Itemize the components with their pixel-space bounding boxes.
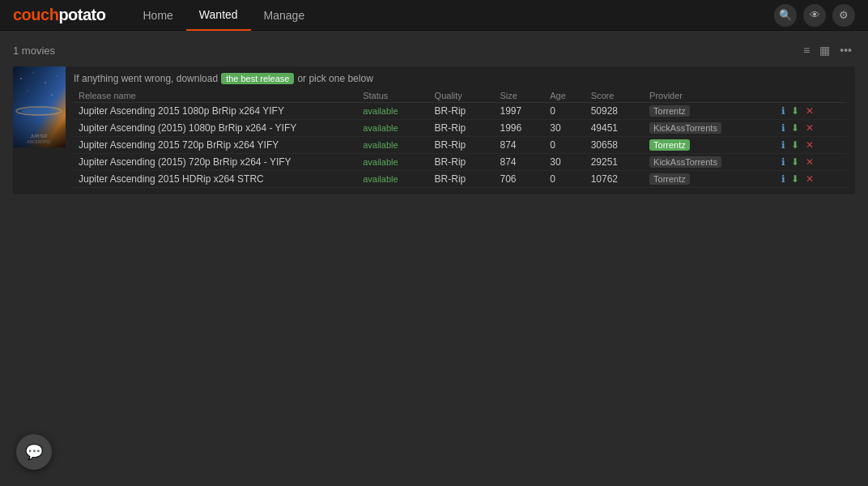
download-button[interactable]: ⬇: [789, 105, 801, 117]
movie-card: JUPITER ASCENDING If anything went wrong…: [13, 66, 855, 194]
download-button[interactable]: ⬇: [789, 173, 801, 185]
release-provider: Torrentz: [645, 137, 775, 154]
nav-wanted[interactable]: Wanted: [186, 0, 251, 31]
delete-button[interactable]: ✕: [804, 173, 815, 185]
movie-poster: JUPITER ASCENDING: [13, 66, 66, 147]
svg-point-2: [33, 73, 34, 74]
info-button[interactable]: ℹ: [780, 173, 787, 185]
logo: couchpotato: [13, 6, 106, 24]
release-size: 1997: [495, 103, 545, 120]
table-row: Jupiter Ascending (2015) 720p BrRip x264…: [74, 154, 847, 171]
table-row: Jupiter Ascending (2015) 1080p BrRip x26…: [74, 120, 847, 137]
release-actions: ℹ ⬇ ✕: [775, 171, 847, 188]
nav-home[interactable]: Home: [130, 0, 186, 31]
search-button[interactable]: 🔍: [774, 4, 797, 27]
release-actions: ℹ ⬇ ✕: [775, 137, 847, 154]
delete-button[interactable]: ✕: [804, 122, 815, 134]
col-size: Size: [495, 89, 545, 103]
movies-count-label: 1 movies: [13, 45, 55, 57]
col-actions: [775, 89, 847, 103]
info-button[interactable]: ℹ: [780, 139, 787, 151]
movie-notice: If anything went wrong, download the bes…: [74, 73, 847, 84]
delete-button[interactable]: ✕: [804, 139, 815, 151]
release-status: available: [358, 120, 429, 137]
release-score: 50928: [586, 103, 645, 120]
release-status: available: [358, 154, 429, 171]
release-name: Jupiter Ascending 2015 1080p BrRip x264 …: [74, 103, 358, 120]
release-age: 30: [545, 154, 585, 171]
table-row: Jupiter Ascending 2015 HDRip x264 STRC a…: [74, 171, 847, 188]
release-status: available: [358, 103, 429, 120]
release-name: Jupiter Ascending 2015 HDRip x264 STRC: [74, 171, 358, 188]
release-age: 0: [545, 137, 585, 154]
main-content: 1 movies ≡ ▦ •••: [0, 31, 868, 206]
svg-point-1: [20, 78, 21, 79]
svg-point-8: [21, 108, 57, 114]
delete-button[interactable]: ✕: [804, 105, 815, 117]
release-quality: BR-Rip: [430, 103, 496, 120]
release-provider: KickAssTorrents: [645, 154, 775, 171]
releases-table: Release name Status Quality Size Age Sco…: [74, 89, 847, 188]
info-button[interactable]: ℹ: [780, 122, 787, 134]
settings-button[interactable]: ⚙: [832, 4, 855, 27]
feedback-icon: 💬: [25, 443, 43, 461]
release-actions: ℹ ⬇ ✕: [775, 103, 847, 120]
header-icons: 🔍 👁 ⚙: [774, 4, 855, 27]
release-actions: ℹ ⬇ ✕: [775, 120, 847, 137]
col-provider: Provider: [645, 89, 775, 103]
info-button[interactable]: ℹ: [780, 105, 787, 117]
best-release-badge[interactable]: the best release: [221, 73, 294, 84]
col-status: Status: [358, 89, 429, 103]
release-quality: BR-Rip: [430, 171, 496, 188]
table-row: Jupiter Ascending 2015 1080p BrRip x264 …: [74, 103, 847, 120]
svg-text:JUPITER: JUPITER: [31, 134, 48, 139]
release-size: 874: [495, 137, 545, 154]
svg-point-5: [28, 91, 28, 92]
movie-info: If anything went wrong, download the bes…: [66, 66, 855, 194]
more-options-button[interactable]: •••: [836, 42, 855, 58]
movies-count-bar: 1 movies ≡ ▦ •••: [13, 42, 855, 58]
feedback-button[interactable]: 💬: [16, 434, 52, 470]
release-name: Jupiter Ascending (2015) 1080p BrRip x26…: [74, 120, 358, 137]
svg-point-6: [51, 94, 52, 95]
main-nav: Home Wanted Manage: [130, 0, 775, 31]
release-score: 29251: [586, 154, 645, 171]
nav-manage[interactable]: Manage: [251, 0, 318, 31]
download-button[interactable]: ⬇: [789, 122, 801, 134]
delete-button[interactable]: ✕: [804, 156, 815, 168]
release-age: 0: [545, 103, 585, 120]
svg-point-4: [57, 76, 58, 77]
release-score: 49451: [586, 120, 645, 137]
release-quality: BR-Rip: [430, 120, 496, 137]
release-size: 874: [495, 154, 545, 171]
download-button[interactable]: ⬇: [789, 156, 801, 168]
release-status: available: [358, 171, 429, 188]
release-age: 0: [545, 171, 585, 188]
release-provider: KickAssTorrents: [645, 120, 775, 137]
release-provider: Torrentz: [645, 103, 775, 120]
release-size: 706: [495, 171, 545, 188]
release-size: 1996: [495, 120, 545, 137]
col-release-name: Release name: [74, 89, 358, 103]
col-quality: Quality: [430, 89, 496, 103]
svg-point-3: [45, 82, 45, 83]
table-header: Release name Status Quality Size Age Sco…: [74, 89, 847, 103]
release-quality: BR-Rip: [430, 154, 496, 171]
svg-text:ASCENDING: ASCENDING: [27, 139, 51, 144]
release-age: 30: [545, 120, 585, 137]
releases-body: Jupiter Ascending 2015 1080p BrRip x264 …: [74, 103, 847, 188]
release-score: 30658: [586, 137, 645, 154]
view-icons: ≡ ▦ •••: [800, 42, 855, 58]
download-button[interactable]: ⬇: [789, 139, 801, 151]
info-button[interactable]: ℹ: [780, 156, 787, 168]
release-provider: Torrentz: [645, 171, 775, 188]
release-name: Jupiter Ascending 2015 720p BrRip x264 Y…: [74, 137, 358, 154]
col-age: Age: [545, 89, 585, 103]
release-actions: ℹ ⬇ ✕: [775, 154, 847, 171]
grid-view-button[interactable]: ▦: [816, 42, 833, 58]
filter-icon-button[interactable]: ≡: [800, 42, 813, 58]
notice-prefix: If anything went wrong, download: [74, 73, 218, 84]
release-status: available: [358, 137, 429, 154]
table-row: Jupiter Ascending 2015 720p BrRip x264 Y…: [74, 137, 847, 154]
activity-button[interactable]: 👁: [803, 4, 826, 27]
